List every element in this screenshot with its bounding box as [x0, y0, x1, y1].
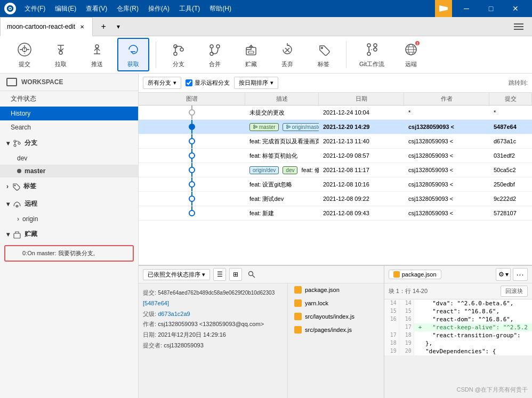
table-row[interactable]: master origin/master 2021-12-20 14:29 cs… [139, 120, 532, 134]
date-cell: 2021-12-08 11:17 [319, 163, 404, 177]
branch-icon [170, 41, 187, 58]
menu-tools[interactable]: 工具(T) [175, 3, 204, 14]
parent-hash[interactable]: d673a1c2a9 [158, 311, 190, 317]
repo-tab[interactable]: moon-cartoon-react-edit ✕ [0, 17, 93, 36]
svg-point-28 [367, 52, 370, 55]
sort-dropdown[interactable]: 按日期排序 ▾ [234, 77, 278, 89]
toolbar-tag[interactable]: 标签 [308, 39, 340, 70]
sidebar-branch-master[interactable]: master [0, 165, 138, 177]
gear-icon: ⚙ [498, 271, 504, 278]
remote-icon: ! [402, 41, 420, 58]
old-line-num: 19 [384, 347, 399, 355]
tab-dropdown-button[interactable]: ▾ [112, 20, 125, 33]
file-search-button[interactable] [245, 268, 258, 281]
toolbar-discard[interactable]: 丢弃 [271, 39, 303, 70]
rollback-button[interactable]: 回滚块 [501, 286, 528, 297]
file-name: src/pages/index.js [305, 327, 352, 333]
toolbar-remote[interactable]: ! 远端 [395, 39, 427, 70]
list-item[interactable]: src/pages/index.js [288, 323, 384, 337]
sidebar-tags-group[interactable]: › 标签 [0, 177, 138, 195]
fetch-label: 获取 [127, 60, 139, 68]
author-cell: csj1328059093 < [404, 149, 489, 163]
diff-line: 14 14 "dva": "^2.6.0-beta.6", [384, 299, 532, 307]
new-tab-button[interactable]: + [95, 18, 112, 35]
sidebar-history[interactable]: History [0, 107, 138, 120]
hash-label: 提交: [143, 289, 156, 296]
table-row[interactable]: feat: 测试dev 2021-12-08 09:22 csj13280590… [139, 192, 532, 206]
toolbar-merge[interactable]: 合并 [199, 39, 231, 70]
table-row[interactable]: feat: 设置git忽略 2021-12-08 10:16 csj132805… [139, 177, 532, 192]
menu-bar: 文件(F) 编辑(E) 查看(V) 仓库(R) 操作(A) 工具(T) 帮助(H… [20, 3, 435, 14]
sidebar-remotes-group[interactable]: ▾ 远程 [0, 195, 138, 213]
hamburger-menu[interactable] [510, 19, 528, 34]
svg-line-70 [253, 275, 255, 278]
list-item[interactable]: package.json [288, 283, 384, 297]
toolbar-commit[interactable]: 提交 [9, 39, 41, 70]
file-list: package.json yarn.lock src/layouts/index… [288, 283, 384, 398]
list-item[interactable]: yarn.lock [288, 297, 384, 310]
menu-help[interactable]: 帮助(H) [205, 3, 236, 14]
toolbar-fetch[interactable]: 获取 [117, 38, 149, 71]
sidebar-remote-origin[interactable]: › origin [0, 213, 138, 225]
list-view-button[interactable]: ☰ [213, 268, 226, 281]
table-row[interactable]: 未提交的更改 2021-12-24 10:04 * * [139, 105, 532, 120]
show-remote-checkbox[interactable]: 显示远程分支 [186, 79, 230, 87]
close-button[interactable]: ✕ [503, 0, 528, 17]
stash-chevron: ▾ [6, 231, 10, 238]
toolbar-branch[interactable]: 分支 [163, 39, 195, 70]
maximize-button[interactable]: □ [479, 0, 503, 17]
author-cell: csj1328059093 < [404, 134, 489, 148]
sidebar-branch-dev[interactable]: dev [0, 152, 138, 165]
hash-full[interactable]: 5487e64aed762b489dc58a9e0629f20b10d62303 [158, 290, 275, 296]
show-remote-input[interactable] [186, 79, 192, 86]
menu-view[interactable]: 查看(V) [82, 3, 111, 14]
list-item[interactable]: src/layouts/index.js [288, 310, 384, 323]
graph-cell [139, 206, 245, 220]
menu-repo[interactable]: 仓库(R) [112, 3, 143, 14]
svg-point-51 [254, 127, 255, 129]
table-row[interactable]: feat: 完成首页以及看漫画页部分内容 2021-12-13 11:40 cs… [139, 134, 532, 149]
minimize-button[interactable]: ─ [454, 0, 479, 17]
more-options-button[interactable]: ··· [513, 268, 528, 281]
menu-file[interactable]: 文件(F) [20, 3, 50, 14]
new-line-num: 17 [399, 323, 414, 331]
window-controls: ─ □ ✕ [454, 0, 528, 17]
sidebar-search[interactable]: Search [0, 120, 138, 134]
discard-icon [279, 41, 296, 58]
all-branches-dropdown[interactable]: 所有分支 ▾ [143, 77, 181, 89]
toolbar-pull[interactable]: 拉取 [45, 39, 77, 70]
sidebar-stash-item[interactable]: 0:On master: 我要切换分支, [4, 245, 134, 262]
svg-point-2 [10, 8, 11, 10]
table-row[interactable]: feat: 标签页初始化 2021-12-09 08:57 csj1328059… [139, 149, 532, 163]
sidebar-stash-group[interactable]: ▾ 贮藏 [0, 225, 138, 243]
file-icon [294, 299, 302, 307]
toolbar-stash[interactable]: 贮藏 [235, 39, 267, 70]
all-branches-label: 所有分支 [148, 79, 171, 87]
tree-view-button[interactable]: ⊞ [229, 268, 242, 281]
master-tag: master [249, 123, 279, 131]
diff-line: 16 16 "react-dom": "^16.8.6", [384, 315, 532, 323]
sidebar-file-status[interactable]: 文件状态 [0, 91, 138, 107]
menu-edit[interactable]: 编辑(E) [51, 3, 80, 14]
new-line-num: 20 [399, 347, 414, 355]
gear-settings-button[interactable]: ⚙ ▾ [496, 268, 511, 281]
svg-point-27 [367, 44, 370, 47]
sidebar-branches-group[interactable]: ▾ 分支 [0, 134, 138, 152]
hash-short[interactable]: [5487e64] [143, 300, 169, 306]
commit-cell: * [489, 105, 532, 119]
diff-file-icon [393, 271, 400, 278]
header-desc: 描述 [245, 93, 319, 105]
file-sort-dropdown[interactable]: 已依照文件状态排序 ▾ [143, 269, 210, 280]
menu-action[interactable]: 操作(A) [144, 3, 174, 14]
origin-master-tag: origin/master [283, 123, 319, 131]
flag-button[interactable] [435, 0, 452, 17]
tab-close-button[interactable]: ✕ [78, 23, 86, 30]
toolbar-push[interactable]: 推送 [81, 39, 113, 70]
main-area: WORKSPACE 文件状态 History Search ▾ 分支 dev m… [0, 74, 532, 398]
toolbar-gitflow[interactable]: Git工作流 [353, 39, 391, 70]
table-row[interactable]: origin/dev dev feat: 修 2021-12-08 11:17 … [139, 163, 532, 177]
branch-master-label: master [25, 167, 45, 175]
submitter-value: csj1328059093 [164, 342, 204, 348]
submitter-label: 提交者: [143, 342, 162, 348]
table-row[interactable]: feat: 新建 2021-12-08 09:43 csj1328059093 … [139, 206, 532, 221]
